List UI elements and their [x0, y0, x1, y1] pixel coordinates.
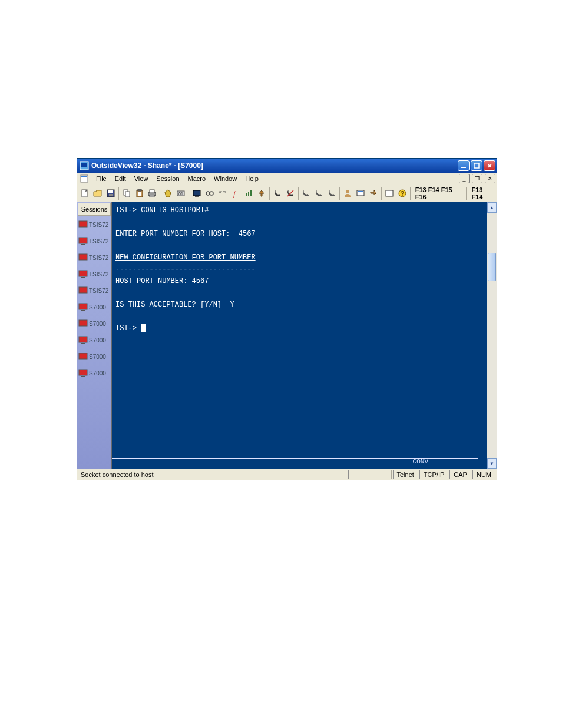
terminal-small-icon	[78, 253, 88, 262]
session-label: S7000	[89, 321, 106, 327]
window-title: OutsideView32 - Shane* - [S7000]	[91, 162, 458, 170]
tool-b-icon[interactable]: 01	[174, 187, 187, 200]
scroll-up-icon[interactable]: ▲	[487, 202, 497, 213]
svg-rect-27	[248, 192, 249, 196]
status-empty	[348, 470, 392, 479]
open-icon[interactable]	[91, 187, 104, 200]
phone4-icon[interactable]	[312, 187, 325, 200]
svg-rect-48	[79, 320, 87, 326]
menu-help[interactable]: Help	[242, 174, 262, 183]
maximize-button[interactable]	[471, 160, 482, 171]
chart-icon[interactable]	[242, 187, 255, 200]
session-item[interactable]: S7000	[77, 348, 111, 365]
menu-macro[interactable]: Macro	[184, 174, 210, 183]
phone5-icon[interactable]	[325, 187, 338, 200]
session-label: TSIS72	[89, 222, 108, 228]
svg-rect-28	[250, 190, 252, 196]
session-item[interactable]: TSIS72	[77, 216, 111, 233]
session-item[interactable]: TSIS72	[77, 249, 111, 266]
copy-icon[interactable]	[120, 187, 133, 200]
menu-file[interactable]: File	[92, 174, 110, 183]
connect-icon[interactable]	[203, 187, 216, 200]
menu-window[interactable]: Window	[210, 174, 240, 183]
terminal-small-icon	[78, 270, 88, 278]
svg-rect-16	[150, 190, 154, 193]
svg-text:⁰¹⁰¹: ⁰¹⁰¹	[219, 190, 226, 196]
statusbar: Socket connected to host Telnet TCP/IP C…	[77, 469, 497, 480]
svg-rect-26	[246, 193, 247, 196]
phone2-icon[interactable]	[284, 187, 297, 200]
terminal-small-icon	[78, 237, 88, 245]
person-icon[interactable]	[341, 187, 354, 200]
terminal-icon[interactable]	[354, 187, 367, 200]
fkey-group-b[interactable]: F13 F14	[471, 186, 495, 200]
svg-rect-45	[81, 294, 85, 294]
transfer-icon[interactable]	[367, 187, 380, 200]
terminal-line: ENTER PORT NUMBER FOR HOST: 4567	[115, 230, 256, 238]
paste-icon[interactable]	[133, 187, 146, 200]
session-label: TSIS72	[89, 271, 108, 278]
session-item[interactable]: S7000	[77, 299, 111, 315]
svg-rect-42	[79, 271, 87, 276]
svg-rect-20	[193, 190, 200, 196]
session-label: TSIS72	[89, 238, 108, 245]
svg-rect-44	[79, 287, 87, 293]
function-icon[interactable]: f	[229, 187, 242, 200]
session-item[interactable]: S7000	[77, 315, 111, 332]
scroll-thumb[interactable]	[488, 253, 496, 281]
menu-view[interactable]: View	[131, 174, 152, 183]
svg-rect-3	[474, 163, 479, 168]
save-icon[interactable]	[104, 187, 117, 200]
session-item[interactable]: TSIS72	[77, 266, 111, 282]
svg-rect-55	[81, 376, 85, 377]
phone3-icon[interactable]	[300, 187, 313, 200]
svg-rect-32	[358, 191, 363, 192]
window-icon[interactable]	[383, 187, 396, 200]
session-item[interactable]: TSIS72	[77, 233, 111, 249]
mdi-close-button[interactable]: ✕	[485, 174, 495, 183]
svg-rect-51	[81, 343, 85, 344]
terminal-small-icon	[78, 369, 88, 377]
print-icon[interactable]	[146, 187, 159, 200]
sessions-panel: Sessions TSIS72 TSIS72 TSIS72 TSIS72	[77, 202, 112, 469]
terminal-small-icon	[78, 353, 88, 361]
svg-rect-14	[138, 192, 141, 196]
upload-icon[interactable]	[255, 187, 268, 200]
terminal-area: TSI-> CONFIG_HOSTPORT# ENTER PORT NUMBER…	[112, 202, 497, 469]
cursor	[141, 324, 146, 332]
svg-rect-5	[81, 176, 87, 177]
vertical-scrollbar[interactable]: ▲ ▼	[487, 202, 497, 469]
new-icon[interactable]	[78, 187, 91, 200]
menu-session[interactable]: Session	[153, 174, 183, 183]
fkey-group-a[interactable]: F13 F14 F15 F16	[415, 186, 465, 200]
binary-icon[interactable]: ⁰¹⁰¹	[216, 187, 229, 200]
terminal-line: NEW CONFIGURATION FOR PORT NUMBER	[115, 253, 256, 262]
session-item[interactable]: TSIS72	[77, 282, 111, 299]
svg-rect-1	[81, 163, 87, 167]
conv-label: CONV	[413, 456, 428, 467]
menu-edit[interactable]: Edit	[111, 174, 130, 183]
titlebar[interactable]: OutsideView32 - Shane* - [S7000] ✕	[77, 159, 497, 173]
session-item[interactable]: S7000	[77, 365, 111, 381]
screen-icon[interactable]	[190, 187, 203, 200]
session-item[interactable]: S7000	[77, 332, 111, 348]
mdi-minimize-button[interactable]: _	[459, 174, 470, 183]
svg-rect-33	[386, 190, 393, 196]
svg-text:01: 01	[178, 192, 183, 196]
svg-rect-49	[81, 327, 85, 327]
scroll-down-icon[interactable]: ▼	[487, 458, 497, 469]
mdi-restore-button[interactable]: ❐	[472, 174, 482, 183]
phone1-icon[interactable]	[271, 187, 284, 200]
close-button[interactable]: ✕	[484, 160, 495, 171]
tool-a-icon[interactable]	[161, 187, 174, 200]
terminal[interactable]: TSI-> CONFIG_HOSTPORT# ENTER PORT NUMBER…	[112, 202, 487, 469]
svg-point-30	[346, 190, 349, 193]
terminal-line: HOST PORT NUMBER: 4567	[115, 277, 209, 285]
minimize-button[interactable]	[458, 160, 470, 171]
session-label: S7000	[89, 304, 106, 311]
svg-rect-9	[109, 194, 113, 196]
sessions-header[interactable]: Sessions	[78, 203, 111, 216]
page-rule-top	[75, 123, 490, 123]
help-icon[interactable]: ?	[396, 187, 409, 200]
terminal-small-icon	[78, 336, 88, 344]
